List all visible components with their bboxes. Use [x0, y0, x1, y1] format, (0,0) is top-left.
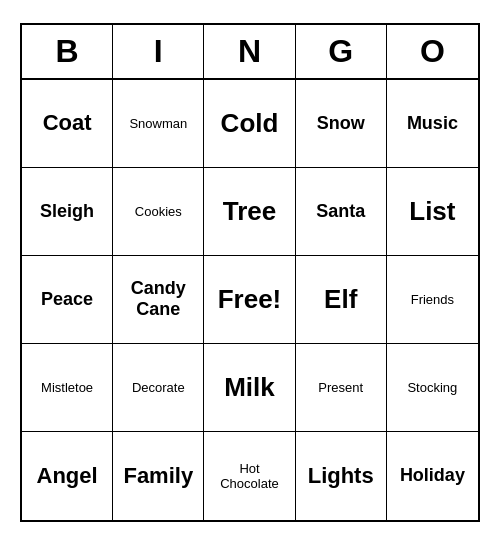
cell-text: Peace — [41, 289, 93, 310]
cell-text: Snowman — [129, 116, 187, 131]
cell-text: Free! — [218, 284, 282, 315]
cell-text: Cookies — [135, 204, 182, 219]
cell-text: Music — [407, 113, 458, 134]
bingo-cell: Santa — [296, 168, 387, 256]
cell-text: CandyCane — [131, 278, 186, 320]
header-letter: O — [387, 25, 478, 78]
bingo-cell: Angel — [22, 432, 113, 520]
cell-text: Santa — [316, 201, 365, 222]
header-letter: N — [204, 25, 295, 78]
cell-text: Angel — [37, 463, 98, 489]
header-letter: B — [22, 25, 113, 78]
cell-text: Sleigh — [40, 201, 94, 222]
bingo-cell: Snowman — [113, 80, 204, 168]
bingo-cell: Lights — [296, 432, 387, 520]
bingo-cell: HotChocolate — [204, 432, 295, 520]
cell-text: Tree — [223, 196, 277, 227]
bingo-cell: Milk — [204, 344, 295, 432]
bingo-cell: Sleigh — [22, 168, 113, 256]
bingo-cell: Mistletoe — [22, 344, 113, 432]
cell-text: Friends — [411, 292, 454, 307]
bingo-cell: Free! — [204, 256, 295, 344]
bingo-cell: List — [387, 168, 478, 256]
bingo-cell: Peace — [22, 256, 113, 344]
bingo-header: BINGO — [22, 25, 478, 80]
bingo-cell: Friends — [387, 256, 478, 344]
bingo-card: BINGO CoatSnowmanColdSnowMusicSleighCook… — [20, 23, 480, 522]
cell-text: Coat — [43, 110, 92, 136]
cell-text: Present — [318, 380, 363, 395]
cell-text: HotChocolate — [220, 461, 279, 491]
bingo-cell: Tree — [204, 168, 295, 256]
cell-text: List — [409, 196, 455, 227]
bingo-cell: Decorate — [113, 344, 204, 432]
bingo-body: CoatSnowmanColdSnowMusicSleighCookiesTre… — [22, 80, 478, 520]
header-letter: I — [113, 25, 204, 78]
bingo-cell: Holiday — [387, 432, 478, 520]
bingo-cell: Cookies — [113, 168, 204, 256]
cell-text: Holiday — [400, 465, 465, 486]
bingo-cell: CandyCane — [113, 256, 204, 344]
cell-text: Decorate — [132, 380, 185, 395]
header-letter: G — [296, 25, 387, 78]
bingo-cell: Elf — [296, 256, 387, 344]
bingo-cell: Music — [387, 80, 478, 168]
cell-text: Milk — [224, 372, 275, 403]
bingo-cell: Coat — [22, 80, 113, 168]
cell-text: Cold — [221, 108, 279, 139]
cell-text: Elf — [324, 284, 357, 315]
bingo-cell: Family — [113, 432, 204, 520]
bingo-cell: Cold — [204, 80, 295, 168]
cell-text: Lights — [308, 463, 374, 489]
cell-text: Snow — [317, 113, 365, 134]
bingo-cell: Snow — [296, 80, 387, 168]
cell-text: Stocking — [407, 380, 457, 395]
bingo-cell: Stocking — [387, 344, 478, 432]
cell-text: Family — [123, 463, 193, 489]
cell-text: Mistletoe — [41, 380, 93, 395]
bingo-cell: Present — [296, 344, 387, 432]
